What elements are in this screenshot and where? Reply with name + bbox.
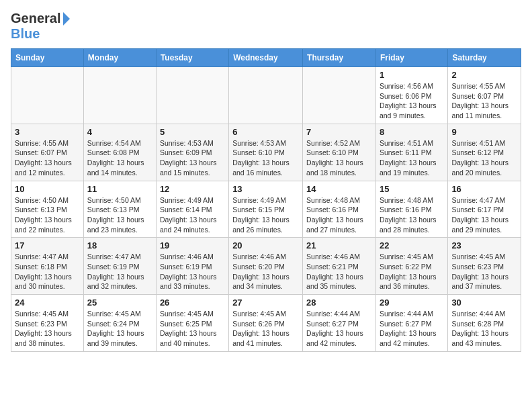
calendar-week-row: 17Sunrise: 4:47 AMSunset: 6:18 PMDayligh… — [11, 238, 521, 295]
weekday-header: Thursday — [303, 49, 376, 67]
calendar-day-cell: 24Sunrise: 4:45 AMSunset: 6:23 PMDayligh… — [11, 295, 84, 352]
calendar-day-cell: 22Sunrise: 4:45 AMSunset: 6:22 PMDayligh… — [375, 238, 447, 295]
calendar-day-cell: 6Sunrise: 4:53 AMSunset: 6:10 PMDaylight… — [229, 124, 303, 181]
calendar-day-cell: 8Sunrise: 4:51 AMSunset: 6:11 PMDaylight… — [375, 124, 447, 181]
calendar-day-cell: 1Sunrise: 4:56 AMSunset: 6:06 PMDaylight… — [375, 67, 447, 124]
day-number: 28 — [306, 298, 372, 308]
day-info: Sunrise: 4:48 AMSunset: 6:16 PMDaylight:… — [380, 195, 444, 235]
day-info: Sunrise: 4:50 AMSunset: 6:13 PMDaylight:… — [15, 195, 80, 235]
calendar-day-cell: 12Sunrise: 4:49 AMSunset: 6:14 PMDayligh… — [156, 181, 228, 238]
calendar-day-cell: 9Sunrise: 4:51 AMSunset: 6:12 PMDaylight… — [448, 124, 521, 181]
calendar-week-row: 10Sunrise: 4:50 AMSunset: 6:13 PMDayligh… — [11, 181, 521, 238]
weekday-header: Tuesday — [156, 49, 228, 67]
day-info: Sunrise: 4:51 AMSunset: 6:12 PMDaylight:… — [451, 138, 517, 178]
calendar-day-cell: 11Sunrise: 4:50 AMSunset: 6:13 PMDayligh… — [83, 181, 156, 238]
day-info: Sunrise: 4:44 AMSunset: 6:27 PMDaylight:… — [306, 309, 372, 349]
weekday-header: Saturday — [448, 49, 521, 67]
day-number: 14 — [306, 184, 372, 194]
day-info: Sunrise: 4:45 AMSunset: 6:22 PMDaylight:… — [380, 252, 444, 291]
calendar-day-cell — [83, 67, 156, 124]
day-info: Sunrise: 4:44 AMSunset: 6:27 PMDaylight:… — [380, 309, 444, 349]
calendar-day-cell: 25Sunrise: 4:45 AMSunset: 6:24 PMDayligh… — [83, 295, 156, 352]
calendar-day-cell: 4Sunrise: 4:54 AMSunset: 6:08 PMDaylight… — [83, 124, 156, 181]
day-number: 18 — [87, 240, 152, 250]
day-number: 30 — [451, 298, 517, 308]
day-info: Sunrise: 4:51 AMSunset: 6:11 PMDaylight:… — [380, 138, 444, 178]
calendar-day-cell: 5Sunrise: 4:53 AMSunset: 6:09 PMDaylight… — [156, 124, 228, 181]
day-number: 24 — [15, 298, 80, 308]
calendar-day-cell: 17Sunrise: 4:47 AMSunset: 6:18 PMDayligh… — [11, 238, 84, 295]
weekday-header: Sunday — [11, 49, 84, 67]
calendar-day-cell: 7Sunrise: 4:52 AMSunset: 6:10 PMDaylight… — [303, 124, 376, 181]
day-number: 4 — [87, 127, 152, 137]
calendar-day-cell: 3Sunrise: 4:55 AMSunset: 6:07 PMDaylight… — [11, 124, 84, 181]
day-info: Sunrise: 4:52 AMSunset: 6:10 PMDaylight:… — [306, 138, 372, 178]
day-number: 2 — [451, 70, 517, 80]
day-info: Sunrise: 4:46 AMSunset: 6:20 PMDaylight:… — [232, 252, 299, 291]
day-number: 1 — [380, 70, 444, 80]
calendar-day-cell: 2Sunrise: 4:55 AMSunset: 6:07 PMDaylight… — [448, 67, 521, 124]
calendar-day-cell — [11, 67, 84, 124]
day-number: 20 — [232, 240, 299, 250]
day-number: 19 — [160, 240, 225, 250]
day-info: Sunrise: 4:54 AMSunset: 6:08 PMDaylight:… — [87, 138, 152, 178]
day-info: Sunrise: 4:45 AMSunset: 6:25 PMDaylight:… — [160, 309, 225, 349]
day-info: Sunrise: 4:55 AMSunset: 6:07 PMDaylight:… — [451, 81, 517, 121]
weekday-header: Monday — [83, 49, 156, 67]
day-number: 22 — [380, 240, 444, 250]
day-number: 21 — [306, 240, 372, 250]
day-number: 29 — [380, 298, 444, 308]
day-info: Sunrise: 4:56 AMSunset: 6:06 PMDaylight:… — [380, 81, 444, 121]
day-number: 27 — [232, 298, 299, 308]
day-number: 25 — [87, 298, 152, 308]
calendar-day-cell — [303, 67, 376, 124]
day-info: Sunrise: 4:49 AMSunset: 6:14 PMDaylight:… — [160, 195, 225, 235]
calendar-day-cell: 29Sunrise: 4:44 AMSunset: 6:27 PMDayligh… — [375, 295, 447, 352]
calendar-week-row: 1Sunrise: 4:56 AMSunset: 6:06 PMDaylight… — [11, 67, 521, 124]
day-number: 17 — [15, 240, 80, 250]
calendar-day-cell: 13Sunrise: 4:49 AMSunset: 6:15 PMDayligh… — [229, 181, 303, 238]
calendar-day-cell: 23Sunrise: 4:45 AMSunset: 6:23 PMDayligh… — [448, 238, 521, 295]
calendar-day-cell: 19Sunrise: 4:46 AMSunset: 6:19 PMDayligh… — [156, 238, 228, 295]
calendar-week-row: 3Sunrise: 4:55 AMSunset: 6:07 PMDaylight… — [11, 124, 521, 181]
day-info: Sunrise: 4:55 AMSunset: 6:07 PMDaylight:… — [15, 138, 80, 178]
day-info: Sunrise: 4:44 AMSunset: 6:28 PMDaylight:… — [451, 309, 517, 349]
day-info: Sunrise: 4:49 AMSunset: 6:15 PMDaylight:… — [232, 195, 299, 235]
weekday-header: Friday — [375, 49, 447, 67]
day-info: Sunrise: 4:46 AMSunset: 6:21 PMDaylight:… — [306, 252, 372, 291]
day-info: Sunrise: 4:47 AMSunset: 6:19 PMDaylight:… — [87, 252, 152, 291]
calendar-table: SundayMondayTuesdayWednesdayThursdayFrid… — [11, 48, 521, 352]
calendar-day-cell: 26Sunrise: 4:45 AMSunset: 6:25 PMDayligh… — [156, 295, 228, 352]
day-number: 10 — [15, 184, 80, 194]
calendar-day-cell: 30Sunrise: 4:44 AMSunset: 6:28 PMDayligh… — [448, 295, 521, 352]
day-info: Sunrise: 4:45 AMSunset: 6:23 PMDaylight:… — [15, 309, 80, 349]
calendar-day-cell: 15Sunrise: 4:48 AMSunset: 6:16 PMDayligh… — [375, 181, 447, 238]
day-number: 12 — [160, 184, 225, 194]
day-info: Sunrise: 4:50 AMSunset: 6:13 PMDaylight:… — [87, 195, 152, 235]
calendar-day-cell: 16Sunrise: 4:47 AMSunset: 6:17 PMDayligh… — [448, 181, 521, 238]
calendar-day-cell: 27Sunrise: 4:45 AMSunset: 6:26 PMDayligh… — [229, 295, 303, 352]
calendar-day-cell: 28Sunrise: 4:44 AMSunset: 6:27 PMDayligh… — [303, 295, 376, 352]
day-number: 5 — [160, 127, 225, 137]
day-number: 7 — [306, 127, 372, 137]
calendar-day-cell: 20Sunrise: 4:46 AMSunset: 6:20 PMDayligh… — [229, 238, 303, 295]
day-number: 16 — [451, 184, 517, 194]
day-info: Sunrise: 4:47 AMSunset: 6:18 PMDaylight:… — [15, 252, 80, 291]
weekday-header: Wednesday — [229, 49, 303, 67]
day-number: 3 — [15, 127, 80, 137]
day-number: 23 — [451, 240, 517, 250]
logo-general-text: General — [11, 11, 60, 26]
day-number: 8 — [380, 127, 444, 137]
day-info: Sunrise: 4:48 AMSunset: 6:16 PMDaylight:… — [306, 195, 372, 235]
day-number: 9 — [451, 127, 517, 137]
day-info: Sunrise: 4:45 AMSunset: 6:26 PMDaylight:… — [232, 309, 299, 349]
calendar-day-cell: 18Sunrise: 4:47 AMSunset: 6:19 PMDayligh… — [83, 238, 156, 295]
day-number: 6 — [232, 127, 299, 137]
day-number: 11 — [87, 184, 152, 194]
calendar-day-cell — [229, 67, 303, 124]
logo-triangle-icon — [63, 12, 70, 26]
day-info: Sunrise: 4:45 AMSunset: 6:23 PMDaylight:… — [451, 252, 517, 291]
calendar-day-cell: 10Sunrise: 4:50 AMSunset: 6:13 PMDayligh… — [11, 181, 84, 238]
day-number: 15 — [380, 184, 444, 194]
day-info: Sunrise: 4:53 AMSunset: 6:10 PMDaylight:… — [232, 138, 299, 178]
